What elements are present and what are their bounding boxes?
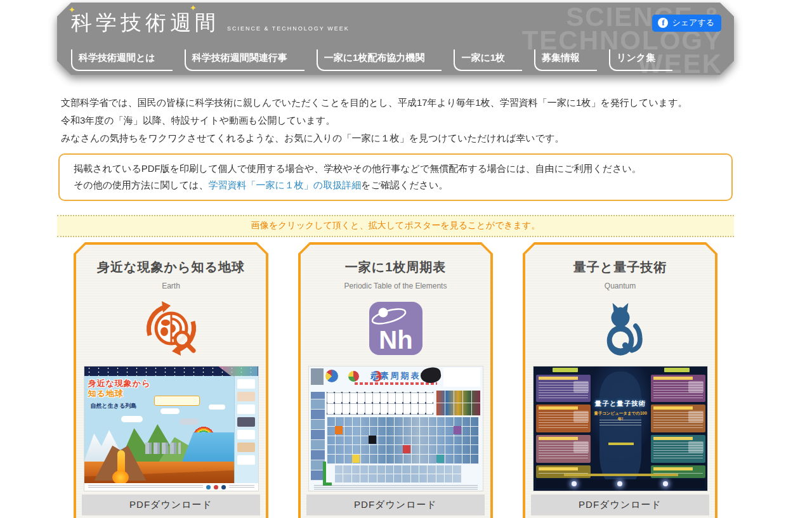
poster-panel xyxy=(651,465,705,478)
panel-photo xyxy=(573,411,589,422)
pdf-download-button[interactable]: PDFダウンロード xyxy=(306,495,485,515)
poster-cards-row: 身近な現象から知る地球 Earth xyxy=(57,242,734,518)
poster-card-quantum: 量子と量子技術 Quantum xyxy=(523,242,717,518)
click-to-enlarge-banner: 画像をクリックして頂くと、拡大してポスターを見ることができます。 xyxy=(57,215,734,237)
footer-fine-print xyxy=(88,485,203,489)
pdf-download-button[interactable]: PDFダウンロード xyxy=(531,495,709,515)
poster-panel xyxy=(536,435,591,463)
card-subtitle: Earth xyxy=(76,282,266,290)
poster-info-chip xyxy=(154,396,200,406)
nihonium-icon: Nh xyxy=(301,297,490,360)
poster-mid-label xyxy=(608,443,634,445)
intro-line: 文部科学省では、国民の皆様に科学技術に親しんでいただくことを目的とし、平成17年… xyxy=(61,94,730,112)
poster-thumbnail-quantum[interactable]: 量子と量子技術 量子コンピュータまでの100年! xyxy=(534,366,707,491)
footer-fine-print xyxy=(229,485,254,489)
panel-photo xyxy=(573,381,589,392)
nav-item-one-per-household[interactable]: 一家に1枚 xyxy=(454,49,522,71)
poster-panel xyxy=(536,465,591,478)
usage-notice-box: 掲載されているPDF版を印刷して個人で使用する場合や、学校やその他行事などで無償… xyxy=(58,153,733,201)
element-cell xyxy=(335,426,343,434)
poster-subtitle: 自然と生きる列島 xyxy=(91,402,137,410)
intro-line: 令和3年度の「海」以降、特設サイトや動画も公開しています。 xyxy=(61,112,730,129)
mext-logo xyxy=(206,485,211,489)
glow-dot xyxy=(663,481,668,486)
bottom-headline-stripe xyxy=(564,474,678,476)
poster-panel xyxy=(536,375,591,402)
nav-item-related-events[interactable]: 科学技術週間関連行事 xyxy=(185,49,304,71)
site-logo-title: 科学技術週間 ✦ ✦ xyxy=(71,9,219,37)
panel-photo xyxy=(688,381,704,392)
poster-thumbnail-earth[interactable]: 身近な現象から 知る地球 自然と生きる列島 xyxy=(84,366,258,491)
card-title: 身近な現象から知る地球 xyxy=(76,259,266,276)
card-inner: 量子と量子技術 Quantum xyxy=(525,245,715,518)
element-grid-main xyxy=(327,417,479,464)
poster-panel xyxy=(651,405,705,432)
card-title: 一家に1枚周期表 xyxy=(301,259,490,276)
element-cell xyxy=(454,426,461,434)
poster-panel xyxy=(651,435,705,463)
pdf-download-button[interactable]: PDFダウンロード xyxy=(82,495,260,515)
green-bracket-shape xyxy=(323,462,332,486)
poster-subtitle-stripe xyxy=(355,382,437,385)
main-content: 文部科学省では、国民の皆様に科学技術に親しんでいただくことを目的とし、平成17年… xyxy=(57,75,734,518)
panel-photo xyxy=(688,441,704,453)
sidebar-chip xyxy=(237,430,255,439)
handling-details-link[interactable]: 学習資料「一家に１枚」の取扱詳細 xyxy=(208,179,361,190)
notice-line: その他の使用方法に関しては、学習資料「一家に１枚」の取扱詳細をご確認ください。 xyxy=(74,177,717,193)
site-logo-subtitle: SCIENCE & TECHNOLOGY WEEK xyxy=(227,25,350,32)
element-grid-bottom xyxy=(334,465,461,483)
panel-heading xyxy=(653,467,693,470)
poster-header-text-block xyxy=(443,368,480,387)
panel-heading xyxy=(653,377,693,380)
poster-title-line2: 知る地球 xyxy=(88,388,124,399)
nav-item-about[interactable]: 科学技術週間とは xyxy=(71,49,173,71)
earth-magnifier-icon xyxy=(76,297,266,360)
header-background: SCIENCE & TECHNOLOGY WEEK 科学技術週間 ✦ ✦ SCI… xyxy=(57,3,734,75)
panel-heading xyxy=(539,377,578,380)
element-cell xyxy=(403,445,410,453)
notice-text: その他の使用方法に関しては、 xyxy=(74,179,208,190)
element-cell xyxy=(436,455,444,463)
notice-text: をご確認ください。 xyxy=(361,179,448,190)
intro-line: みなさんの気持ちをワクワクさせてくれるような、お気に入りの「一家に１枚」を見つけ… xyxy=(61,129,730,147)
cat-silhouette-shape xyxy=(599,372,641,487)
sidebar-chip xyxy=(237,455,255,465)
site-logo[interactable]: 科学技術週間 ✦ ✦ SCIENCE & TECHNOLOGY WEEK xyxy=(71,9,350,37)
card-inner: 一家に1枚周期表 Periodic Table of the Elements … xyxy=(301,245,490,518)
sidebar-chip xyxy=(237,379,255,389)
poster-footer xyxy=(84,483,258,491)
section-tab xyxy=(664,368,690,372)
sidebar-chip xyxy=(237,405,255,414)
sidebar-chip xyxy=(237,443,255,452)
element-grid-top xyxy=(327,392,433,415)
element-cell xyxy=(369,436,376,444)
poster-card-periodic-table: 一家に1枚周期表 Periodic Table of the Elements … xyxy=(298,242,493,518)
section-tab xyxy=(553,368,578,372)
poster-card-earth: 身近な現象から知る地球 Earth xyxy=(74,242,268,518)
card-subtitle: Periodic Table of the Elements xyxy=(301,282,490,290)
glow-dot xyxy=(617,481,622,486)
panel-heading xyxy=(653,437,693,440)
poster-panel xyxy=(536,405,591,432)
nav-item-recruitment-info[interactable]: 募集情報 xyxy=(534,49,597,71)
partner-logo xyxy=(214,485,218,489)
facebook-share-button[interactable]: f シェアする xyxy=(652,15,721,32)
sparkle-icon: ✦ xyxy=(190,3,200,13)
element-cell xyxy=(352,455,360,463)
sidebar-chip xyxy=(237,417,255,427)
poster-bottom-band xyxy=(536,479,705,488)
element-grid-right xyxy=(436,391,480,416)
panel-photo xyxy=(573,441,589,453)
nav-item-distribution-partners[interactable]: 一家に1枚配布協力機関 xyxy=(317,49,442,71)
poster-sidebar xyxy=(234,376,258,484)
intro-paragraph: 文部科学省では、国民の皆様に科学技術に親しんでいただくことを目的とし、平成17年… xyxy=(61,94,730,147)
svg-text:Nh: Nh xyxy=(379,326,412,354)
quantum-cat-icon xyxy=(525,297,715,360)
nav-item-links[interactable]: リンク集 xyxy=(609,49,672,71)
panel-photo xyxy=(688,411,704,422)
poster-center-column: 量子と量子技術 量子コンピュータまでの100年! xyxy=(592,366,650,491)
main-navigation: 科学技術週間とは 科学技術週間関連行事 一家に1枚配布協力機関 一家に1枚 募集… xyxy=(71,49,672,71)
rain-cloud-shape xyxy=(180,418,199,425)
panel-heading xyxy=(539,406,578,410)
poster-thumbnail-periodic-table[interactable]: 元素周期表 xyxy=(309,366,483,491)
